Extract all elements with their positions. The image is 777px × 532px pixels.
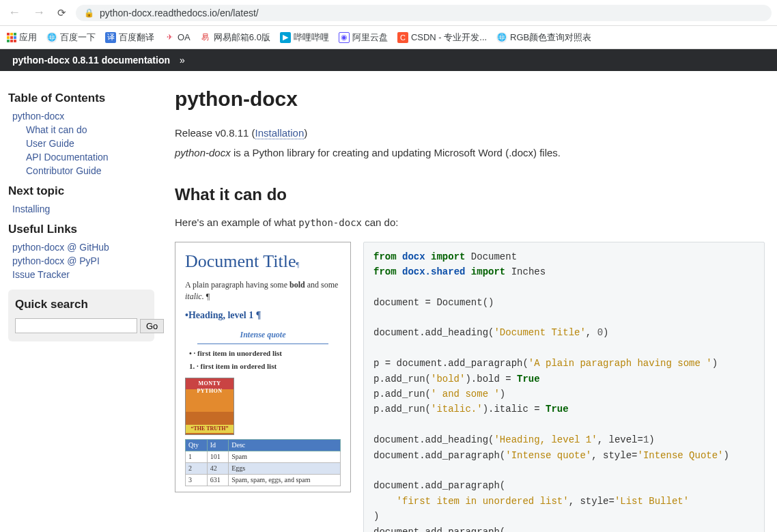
page-title: python-docx	[175, 87, 765, 111]
toc-heading: Table of Contents	[8, 92, 154, 105]
example-intro: Here's an example of what python-docx ca…	[175, 215, 765, 231]
table-row: 1101Spam	[186, 451, 341, 462]
bookmark-csdn[interactable]: CCSDN - 专业开发...	[397, 31, 487, 44]
intro-paragraph: python-docx is a Python library for crea…	[175, 145, 765, 161]
apps-button[interactable]: 应用	[7, 31, 37, 44]
bookmark-mail163[interactable]: 易网易邮箱6.0版	[200, 31, 270, 44]
forward-icon[interactable]: →	[30, 5, 48, 20]
preview-heading: •Heading, level 1 ¶	[185, 309, 341, 322]
toc-root[interactable]: python-docx	[12, 111, 64, 122]
preview-ol-item: 1. · first item in ordered list	[189, 361, 341, 372]
preview-image: MONTY PYTHON “THE TRUTH”	[185, 378, 234, 435]
bookmark-rgb[interactable]: 🌐RGB颜色查询对照表	[496, 31, 591, 44]
toc-item[interactable]: Contributor Guide	[26, 165, 102, 176]
breadcrumb-separator: »	[180, 55, 185, 66]
cloud-icon: ◉	[339, 32, 350, 43]
preview-ul-item: first item in unordered list	[189, 348, 341, 359]
release-line: Release v0.8.11 (Installation)	[175, 126, 765, 141]
link-github[interactable]: python-docx @ GitHub	[12, 242, 109, 253]
section-heading: What it can do	[175, 185, 765, 204]
preview-title: Document Title¶	[185, 249, 341, 274]
address-bar[interactable]: 🔒 python-docx.readthedocs.io/en/latest/	[76, 5, 772, 21]
search-button[interactable]: Go	[140, 319, 164, 333]
bookmark-oa[interactable]: ✈OA	[164, 32, 190, 43]
next-topic-link[interactable]: Installing	[12, 204, 50, 214]
quick-search-title: Quick search	[15, 298, 147, 311]
globe-icon: 🌐	[496, 32, 507, 43]
table-row: 3631Spam, spam, eggs, and spam	[186, 474, 341, 486]
table-row: 242Eggs	[186, 462, 341, 474]
bookmark-aliyun[interactable]: ◉阿里云盘	[339, 31, 388, 44]
tv-icon: ▶	[280, 32, 291, 43]
csdn-icon: C	[397, 32, 408, 43]
globe-icon: 🌐	[46, 32, 57, 43]
search-input[interactable]	[15, 318, 137, 333]
link-tracker[interactable]: Issue Tracker	[12, 269, 70, 280]
main-content: python-docx Release v0.8.11 (Installatio…	[163, 71, 777, 532]
bookmark-bilibili[interactable]: ▶哔哩哔哩	[280, 31, 329, 44]
reload-icon[interactable]: ⟳	[55, 7, 69, 19]
toc-item[interactable]: User Guide	[26, 138, 74, 149]
link-pypi[interactable]: python-docx @ PyPI	[12, 255, 100, 266]
useful-links-heading: Useful Links	[8, 223, 154, 236]
document-preview: Document Title¶ A plain paragraph having…	[175, 242, 351, 492]
bookmark-bar: 应用 🌐百度一下 译百度翻译 ✈OA 易网易邮箱6.0版 ▶哔哩哔哩 ◉阿里云盘…	[0, 26, 777, 49]
apps-icon	[7, 33, 16, 42]
mail-icon: 易	[200, 32, 211, 43]
paper-plane-icon: ✈	[164, 32, 175, 43]
url-text: python-docx.readthedocs.io/en/latest/	[100, 8, 259, 18]
translate-icon: 译	[105, 32, 116, 43]
bookmark-fanyi[interactable]: 译百度翻译	[105, 31, 154, 44]
doc-title[interactable]: python-docx 0.8.11 documentation	[12, 55, 170, 66]
browser-toolbar: ← → ⟳ 🔒 python-docx.readthedocs.io/en/la…	[0, 0, 777, 26]
preview-paragraph: A plain paragraph having some bold and s…	[185, 279, 341, 303]
code-example: from docx import Document from docx.shar…	[363, 242, 765, 533]
back-icon[interactable]: ←	[5, 5, 23, 20]
quick-search-box: Quick search Go	[8, 290, 154, 341]
sidebar: Table of Contents python-docx What it ca…	[0, 71, 163, 532]
preview-table: QtyIdDesc 1101Spam 242Eggs 3631Spam, spa…	[185, 439, 341, 486]
bookmark-baidu[interactable]: 🌐百度一下	[46, 31, 96, 44]
preview-quote: Intense quote	[197, 326, 328, 344]
toc-item[interactable]: API Documentation	[26, 152, 109, 163]
installation-link[interactable]: Installation	[255, 127, 305, 139]
breadcrumb-bar: python-docx 0.8.11 documentation »	[0, 49, 777, 71]
toc-item[interactable]: What it can do	[26, 124, 87, 135]
lock-icon: 🔒	[84, 8, 94, 18]
next-topic-heading: Next topic	[8, 184, 154, 198]
